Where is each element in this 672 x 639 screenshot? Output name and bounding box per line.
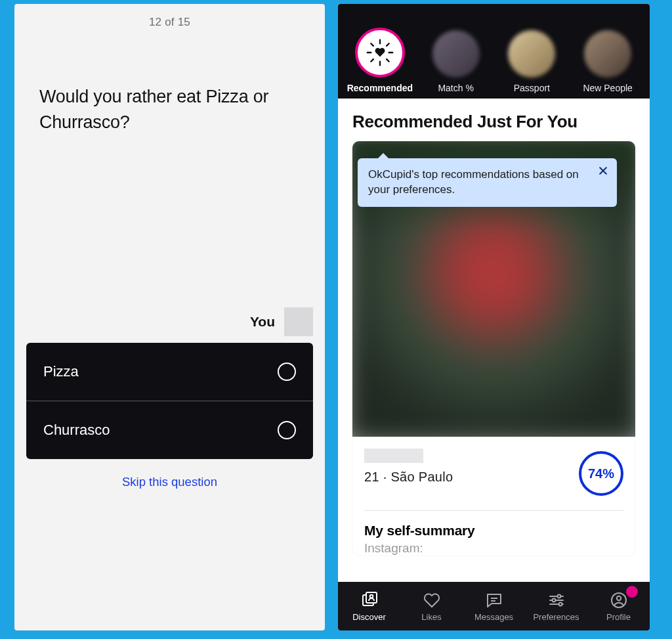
nav-discover[interactable]: Discover	[338, 582, 400, 630]
discover-screen: Recommended Match % Passport New People …	[338, 4, 650, 630]
question-screen: 12 of 15 Would you rather eat Pizza or C…	[14, 4, 325, 630]
tooltip-text: OkCupid's top recommendations based on y…	[368, 168, 579, 196]
you-label: You	[250, 314, 275, 330]
question-text: Would you rather eat Pizza or Churrasco?	[14, 29, 325, 135]
nav-preferences[interactable]: Preferences	[525, 582, 587, 630]
self-summary-heading: My self-summary	[352, 511, 635, 541]
answer-option-pizza[interactable]: Pizza	[26, 343, 313, 401]
svg-line-7	[371, 59, 373, 62]
nav-messages[interactable]: Messages	[463, 582, 525, 630]
profile-photo: OkCupid's top recommendations based on y…	[352, 141, 635, 437]
chat-icon	[485, 591, 503, 609]
question-counter: 12 of 15	[14, 4, 325, 29]
profile-card[interactable]: OkCupid's top recommendations based on y…	[352, 141, 635, 556]
answer-option-churrasco[interactable]: Churrasco	[26, 401, 313, 459]
match-percentage-value: 74%	[588, 466, 614, 481]
tab-recommended[interactable]: Recommended	[343, 28, 417, 93]
tab-label: New People	[583, 83, 633, 93]
profile-name-redacted	[364, 449, 423, 463]
section-title: Recommended Just For You	[338, 99, 650, 141]
svg-point-16	[552, 598, 555, 602]
nav-label: Likes	[421, 612, 441, 622]
close-icon[interactable]	[596, 164, 610, 178]
profile-meta: 21 · São Paulo 74%	[352, 437, 635, 506]
svg-point-20	[616, 596, 620, 600]
sliders-icon	[547, 591, 566, 609]
nav-label: Profile	[606, 612, 631, 622]
nav-profile[interactable]: Profile	[587, 582, 650, 630]
radio-icon	[278, 363, 296, 381]
nav-label: Preferences	[533, 612, 579, 622]
nav-label: Discover	[352, 612, 386, 622]
tab-match-percent[interactable]: Match %	[419, 30, 493, 93]
heart-icon	[423, 591, 441, 609]
notification-badge-icon	[626, 586, 638, 598]
answerer-row: You	[14, 307, 325, 343]
avatar	[284, 307, 313, 336]
tab-thumbnail	[584, 30, 631, 77]
skip-question-link[interactable]: Skip this question	[14, 475, 325, 489]
radio-icon	[278, 421, 296, 439]
svg-line-6	[387, 43, 389, 46]
answer-option-label: Pizza	[43, 363, 79, 380]
tab-label: Passport	[514, 83, 550, 93]
top-filter-bar: Recommended Match % Passport New People	[338, 4, 650, 99]
svg-line-4	[371, 43, 373, 46]
answer-options: Pizza Churrasco	[26, 343, 313, 459]
profile-icon	[610, 591, 628, 609]
instagram-label: Instagram:	[352, 541, 635, 556]
svg-line-5	[387, 59, 389, 62]
profile-age-location: 21 · São Paulo	[364, 470, 453, 485]
tab-thumbnail	[432, 30, 480, 77]
answer-option-label: Churrasco	[43, 422, 110, 439]
svg-point-18	[558, 602, 562, 606]
tab-new-people[interactable]: New People	[571, 30, 644, 93]
recommendation-tooltip: OkCupid's top recommendations based on y…	[358, 158, 617, 207]
bottom-nav: Discover Likes Messages	[338, 582, 650, 630]
tab-thumbnail	[508, 30, 555, 77]
nav-likes[interactable]: Likes	[400, 582, 463, 630]
tab-passport[interactable]: Passport	[495, 30, 569, 93]
nav-label: Messages	[474, 612, 513, 622]
svg-point-14	[557, 594, 560, 598]
heart-spark-icon	[366, 38, 394, 67]
match-percentage-ring: 74%	[579, 451, 623, 496]
discover-icon	[360, 591, 379, 609]
tab-label: Recommended	[347, 83, 413, 93]
tab-label: Match %	[438, 83, 473, 93]
